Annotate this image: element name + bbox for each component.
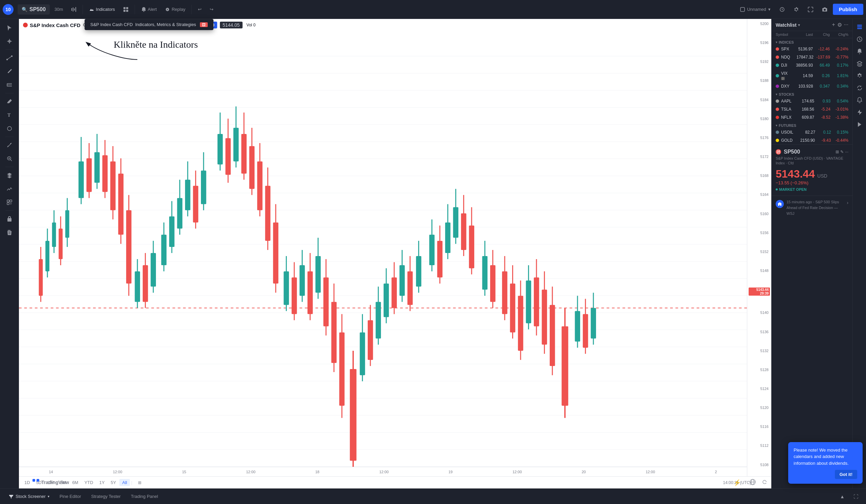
annotation: Klikněte na Indicators [114, 39, 198, 50]
fibonacci-tool[interactable] [3, 79, 15, 91]
x-label-18: 18 [315, 470, 319, 474]
text-tool[interactable]: T [3, 109, 15, 121]
sp500-edit-icon[interactable]: ✎ [840, 149, 844, 154]
bottom-tab-stock-screener[interactable]: Stock Screener ▾ [4, 492, 54, 501]
camera-btn[interactable] [819, 5, 831, 14]
measure-tool[interactable] [3, 139, 15, 151]
settings-top-btn[interactable] [790, 5, 802, 14]
nflx-last: 609.87 [791, 115, 814, 120]
wl-search-btn[interactable]: ⚙ [837, 22, 842, 28]
rp-watchlist-icon[interactable] [854, 22, 865, 33]
tf-all[interactable]: All [119, 479, 130, 486]
bottom-tab-trading-panel[interactable]: Trading Panel [126, 492, 163, 501]
refresh-icon[interactable] [761, 479, 768, 486]
tf-1y[interactable]: 1Y [97, 479, 107, 486]
bottom-tab-pine-editor[interactable]: Pine Editor [55, 492, 86, 501]
spx-name: SPX [781, 47, 789, 52]
symbol-label: SP500 [30, 7, 46, 12]
layout-btn[interactable] [120, 5, 132, 14]
wl-item-dxy[interactable]: DXY 103.928 0.347 0.34% [771, 82, 853, 90]
dji-last: 38856.93 [789, 63, 813, 68]
rp-layers-icon[interactable] [854, 58, 865, 69]
spx-dot [776, 47, 779, 51]
bottom-maximize[interactable]: ⛶ [850, 491, 862, 503]
layers-tool[interactable] [3, 169, 15, 181]
interval-selector[interactable]: 30m [51, 5, 66, 14]
lock-tool[interactable] [3, 213, 15, 225]
delete-tool[interactable] [3, 226, 15, 238]
wl-item-vix[interactable]: VIX D 14.59 0.26 1.81% [771, 69, 853, 82]
wl-more-btn[interactable]: ··· [844, 22, 848, 28]
wl-item-tsla[interactable]: TSLA 168.56 -5.24 -3.01% [771, 105, 853, 113]
sp500-grid-icon[interactable]: ⊞ [835, 149, 839, 154]
trend-line-tool[interactable] [3, 52, 15, 64]
chart-type-btn[interactable] [68, 5, 80, 14]
dxy-last: 103.928 [790, 84, 813, 89]
tool-sep1 [5, 49, 13, 50]
usoil-last: 82.27 [793, 130, 815, 135]
bottom-chevron-up[interactable]: ▲ [836, 491, 848, 503]
tsla-name: TSLA [781, 107, 791, 112]
rp-notification-icon[interactable] [854, 95, 865, 105]
bottom-tab-strategy-tester[interactable]: Strategy Tester [86, 492, 125, 501]
sp500-more-icon[interactable]: ··· [845, 149, 848, 154]
wl-item-gold[interactable]: GOLD 2150.90 -9.43 -0.44% [771, 136, 853, 144]
toast-got-it-button[interactable]: Got it! [835, 470, 857, 479]
tsla-chg: -5.24 [814, 107, 831, 112]
svg-rect-2 [74, 9, 75, 11]
shapes-tool[interactable] [3, 122, 15, 135]
strategy-tool[interactable] [3, 196, 15, 208]
alert-btn[interactable]: Alert [138, 5, 160, 14]
x-axis: 14 12:00 15 12:00 18 12:00 19 12:00 20 1… [19, 467, 747, 476]
indicators-btn[interactable]: Indicators [86, 5, 118, 14]
stocks-arrow: ▾ [776, 93, 777, 96]
news-item[interactable]: 15 minutes ago · S&P 500 Slips Ahead of … [771, 195, 853, 220]
chart-area[interactable]: S&P Index Cash CFD O5143.69 H5144.19 L51… [19, 19, 771, 489]
wl-item-aapl[interactable]: AAPL 174.65 0.93 0.54% [771, 97, 853, 105]
draw-tool[interactable] [3, 65, 15, 77]
tf-5y[interactable]: 5Y [108, 479, 119, 486]
gold-dot [776, 139, 779, 142]
wl-item-spx[interactable]: SPX 5136.97 -12.46 -0.24% [771, 45, 853, 53]
rp-sync-icon[interactable] [854, 82, 865, 93]
wl-item-usoil[interactable]: USOIL 82.27 0.12 0.15% [771, 128, 853, 136]
x-label-2: 2 [715, 470, 717, 474]
svg-marker-171 [858, 122, 861, 127]
rp-lightning-icon[interactable] [854, 107, 865, 118]
wl-add-btn[interactable]: + [832, 22, 835, 28]
compare-btn[interactable]: ⊞ [134, 477, 146, 489]
crosshair-tool[interactable] [3, 35, 15, 47]
tf-1d[interactable]: 1D [22, 479, 33, 486]
watchlist-chevron[interactable]: ▾ [798, 23, 800, 27]
unnamed-btn[interactable]: Unnamed ▾ [737, 5, 774, 14]
replay-btn[interactable]: Replay [162, 5, 188, 14]
symbol-selector[interactable]: 🔍 SP500 [18, 4, 50, 14]
rp-clock-icon[interactable] [854, 34, 865, 45]
tool-sep2 [5, 93, 13, 93]
candle-chart[interactable] [19, 39, 747, 467]
fullscreen-btn[interactable] [804, 5, 817, 14]
rp-settings-icon[interactable] [854, 70, 865, 81]
zoom-tool[interactable] [3, 153, 15, 165]
undo-btn[interactable]: ↩ [195, 5, 205, 14]
wl-item-ndq[interactable]: NDQ 17847.32 -137.69 -0.77% [771, 53, 853, 61]
cursor-tool[interactable] [3, 22, 15, 34]
redo-btn[interactable]: ↪ [206, 5, 217, 14]
rp-play-icon[interactable] [854, 119, 865, 130]
publish-button[interactable]: Publish [833, 4, 863, 15]
rp-alert-icon[interactable] [854, 46, 865, 57]
tf-6m[interactable]: 6M [69, 479, 81, 486]
tf-ytd[interactable]: YTD [81, 479, 96, 486]
brush-tool[interactable] [3, 96, 15, 108]
y-label-5132: 5132 [748, 349, 770, 353]
indicators-tool[interactable] [3, 183, 15, 195]
wl-item-dji[interactable]: DJI 38856.93 66.49 0.17% [771, 61, 853, 69]
aapl-dot [776, 99, 779, 103]
y-label-5112: 5112 [748, 444, 770, 448]
dji-name: DJI [781, 63, 789, 68]
clock-btn[interactable] [776, 5, 788, 14]
logo: 10 [3, 4, 13, 15]
news-arrow[interactable]: › [847, 200, 848, 205]
wl-item-nflx[interactable]: NFLX 609.87 -8.52 -1.38% [771, 113, 853, 121]
price-badge2: 5144.05 [220, 22, 243, 29]
